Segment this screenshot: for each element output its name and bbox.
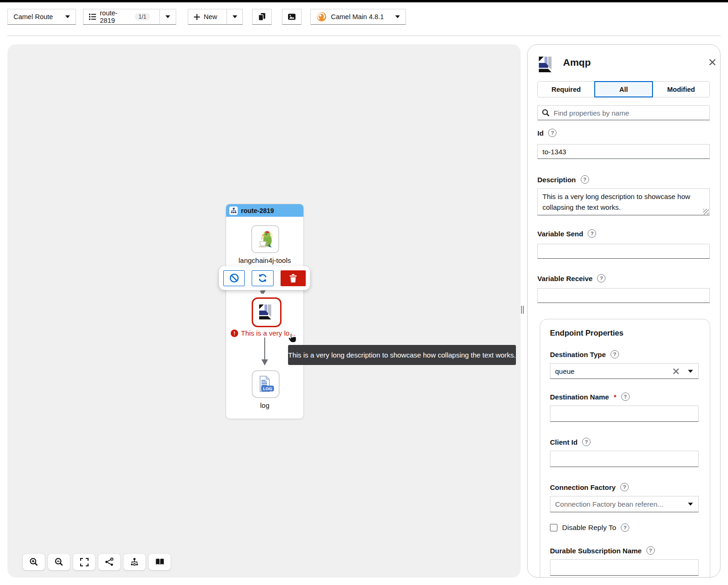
chevron-down-icon	[165, 15, 170, 18]
route-count-badge: 1/1	[135, 13, 150, 21]
help-icon[interactable]: ?	[621, 392, 630, 401]
variable-receive-label: Variable Receive ?	[537, 274, 605, 282]
catalog-button[interactable]	[148, 553, 171, 571]
zoom-out-icon	[55, 557, 63, 566]
help-icon[interactable]: ?	[597, 274, 605, 282]
connection-factory-label: Connection Factory ?	[550, 483, 629, 491]
textarea-resize-grip[interactable]	[703, 209, 709, 214]
help-icon[interactable]: ?	[581, 175, 589, 184]
node-action-toolbar	[219, 266, 310, 290]
variable-send-label: Variable Send ?	[537, 229, 596, 238]
description-tooltip: This is a very long description to showc…	[288, 345, 516, 365]
tab-modified[interactable]: Modified	[652, 81, 710, 97]
zoom-in-button[interactable]	[22, 553, 45, 571]
list-icon	[89, 14, 96, 20]
route-selector-dropdown[interactable]: route-2819 1/1	[83, 9, 176, 25]
description-textarea[interactable]: This is a very long description to showc…	[537, 188, 710, 215]
help-icon[interactable]: ?	[582, 438, 591, 446]
route-selector-label: route-2819	[100, 9, 131, 24]
panel-resize-handle[interactable]	[521, 306, 524, 314]
chevron-down-icon[interactable]	[688, 363, 693, 379]
node-amqp-validation: ! This is a very lo...	[231, 329, 295, 337]
disable-reply-to-checkbox[interactable]	[550, 524, 557, 531]
zoom-out-button[interactable]	[48, 553, 70, 571]
amqp-icon	[258, 303, 275, 321]
help-icon[interactable]: ?	[548, 129, 556, 137]
tab-required[interactable]: Required	[537, 81, 595, 97]
durable-subscription-name-label: Durable Subscription Name ?	[550, 546, 655, 555]
route-group-header[interactable]: route-2819	[226, 204, 303, 217]
route-group-node[interactable]: route-2819 langchain4j-too	[226, 204, 304, 419]
replace-step-button[interactable]	[252, 270, 273, 286]
dsl-selector-dropdown[interactable]: Camel Route	[7, 9, 76, 25]
new-flow-dropdown[interactable]: New	[188, 9, 243, 25]
copy-icon	[258, 12, 266, 21]
node-amqp[interactable]	[252, 297, 282, 327]
clear-selection-icon[interactable]	[673, 363, 679, 379]
trash-icon	[289, 274, 297, 282]
id-input[interactable]	[537, 144, 710, 159]
delete-step-button[interactable]	[281, 270, 306, 286]
ban-icon	[229, 273, 239, 283]
expand-icon	[80, 558, 89, 566]
search-icon	[542, 109, 549, 117]
client-id-label: Client Id ?	[550, 438, 591, 446]
camel-logo-icon	[316, 12, 327, 22]
plus-icon	[194, 14, 200, 20]
flow-canvas[interactable]: route-2819 langchain4j-too	[7, 44, 521, 578]
canvas-controls	[22, 553, 171, 571]
disable-reply-to-label: Disable Reply To	[562, 523, 616, 532]
search-input[interactable]	[537, 105, 710, 120]
client-id-input[interactable]	[550, 451, 699, 467]
svg-text:LOG: LOG	[263, 386, 272, 391]
new-flow-label: New	[204, 13, 217, 21]
required-marker: *	[614, 393, 617, 401]
edge-line	[264, 337, 265, 359]
fit-to-screen-button[interactable]	[73, 553, 96, 571]
runtime-selector-dropdown[interactable]: Camel Main 4.8.1	[310, 9, 406, 25]
node-log-label: log	[226, 401, 303, 409]
destination-name-input[interactable]	[550, 406, 699, 422]
route-selector-main[interactable]: route-2819 1/1	[83, 9, 156, 24]
zoom-in-icon	[29, 557, 38, 566]
chevron-down-icon[interactable]	[688, 496, 693, 512]
variable-receive-input[interactable]	[537, 288, 710, 303]
help-icon[interactable]: ?	[621, 523, 629, 532]
image-icon	[288, 13, 295, 21]
panel-title: Amqp	[563, 57, 591, 68]
connection-factory-input[interactable]	[550, 496, 699, 512]
popover-pointer-icon	[260, 291, 264, 294]
toolbar-separator	[7, 35, 721, 36]
filter-tab-group: Required All Modified	[537, 81, 710, 97]
id-field-label: Id ?	[537, 129, 556, 137]
help-icon[interactable]: ?	[611, 350, 619, 358]
amqp-icon	[537, 55, 556, 74]
destination-type-select[interactable]	[550, 363, 699, 379]
chevron-down-icon	[65, 15, 70, 18]
node-log[interactable]: LOG	[252, 370, 280, 398]
error-icon: !	[231, 330, 238, 337]
connection-factory-select[interactable]	[550, 496, 699, 512]
route-selector-caret[interactable]	[159, 9, 176, 24]
help-icon[interactable]: ?	[588, 229, 596, 238]
help-icon[interactable]: ?	[646, 546, 655, 555]
edge-arrowhead-icon	[261, 359, 268, 365]
new-flow-caret[interactable]	[227, 9, 243, 24]
vertical-layout-button[interactable]	[123, 553, 146, 571]
variable-send-input[interactable]	[537, 244, 710, 259]
route-title: route-2819	[241, 207, 274, 214]
horizontal-layout-icon	[105, 557, 114, 566]
node-langchain4j-tools[interactable]	[251, 225, 279, 253]
new-flow-main[interactable]: New	[188, 9, 223, 24]
help-icon[interactable]: ?	[620, 483, 629, 491]
langchain4j-tools-icon	[254, 228, 276, 250]
durable-subscription-name-input[interactable]	[550, 559, 699, 576]
disable-step-button[interactable]	[223, 270, 245, 286]
horizontal-layout-button[interactable]	[98, 553, 121, 571]
copy-flow-button[interactable]	[252, 9, 272, 25]
export-image-button[interactable]	[282, 9, 302, 25]
tab-all[interactable]: All	[594, 81, 652, 97]
description-field-label: Description ?	[537, 175, 589, 184]
close-icon[interactable]	[709, 59, 716, 66]
properties-panel: Amqp Required All Modified Id ? Descript…	[527, 44, 721, 578]
